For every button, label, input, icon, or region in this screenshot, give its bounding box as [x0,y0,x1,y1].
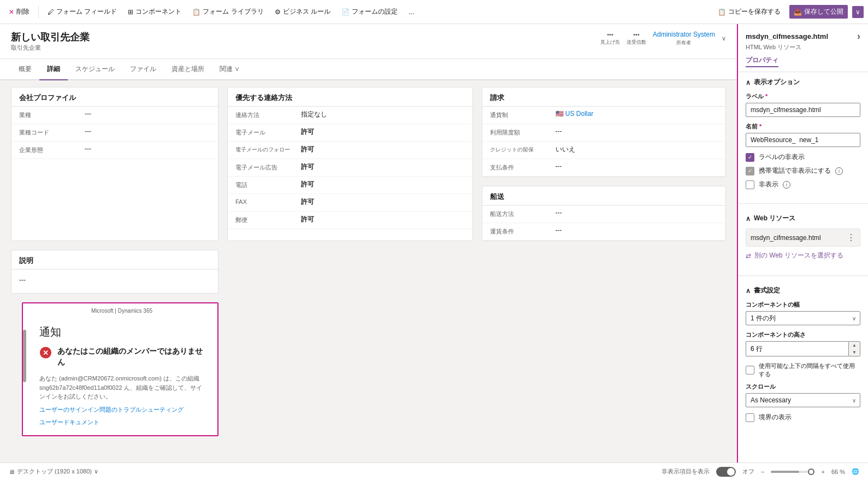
toolbar-form-settings[interactable]: 📄 フォームの設定 [337,5,402,19]
description-value: --- [11,270,218,290]
display-options-label: 表示オプション [754,78,800,87]
notification-title: 通知 [39,325,204,339]
field-mail: 郵便 許可 [228,212,473,229]
notification-sub-text: あなた (admin@CRM20672.onmicrosoft.com) は、こ… [39,374,204,401]
toolbar-component[interactable]: ⊞ コンポーネント [123,5,186,19]
field-label-industry-code: 業種コード [19,127,85,137]
copy-save-btn[interactable]: 📋 コピーを保存する [713,5,785,19]
scroll-indicator [23,303,26,435]
select-link-text: 別の Web リソースを選択する [754,251,843,260]
field-industry-code: 業種コード --- [11,124,218,142]
owner-field[interactable]: Administrator System 所有者 [653,31,715,46]
notification-troubleshoot-link[interactable]: ユーザーのサインイン問題のトラブルシューティング [39,406,184,413]
web-resource-section-title[interactable]: ∧ Web リソース [746,214,860,223]
label-text: ラベル [746,93,765,99]
hide-label-text: ラベルの非表示 [759,153,805,162]
form-title: 新しい取引先企業 [11,31,90,44]
more-actions-2[interactable]: ••• 送受信数 [627,31,646,46]
more-dots-icon-2: ••• [633,31,640,38]
mobile-hide-checkbox[interactable]: ✓ [746,167,754,175]
field-value-email-ads: 許可 [301,162,314,172]
zoom-slider[interactable] [771,471,814,473]
more-dots-icon: ••• [607,31,613,38]
right-panel-subtitle: HTML Web リソース [746,43,860,51]
field-shipping-method: 船送方法 --- [482,206,726,223]
border-checkbox[interactable] [746,413,754,422]
tab-summary[interactable]: 概要 [11,59,39,80]
scroll-label: スクロール [746,383,860,391]
spacing-checkbox[interactable] [746,366,754,374]
select-web-resource-link[interactable]: ⇄ 別の Web リソースを選択する [746,251,860,260]
tab-schedule[interactable]: スケジュール [68,59,122,80]
field-label-payment-terms: 支払条件 [490,162,556,172]
form-header: 新しい取引先企業 取引先企業 ••• 見上げ先 ••• 送受信数 Adminis… [0,24,737,59]
toggle-state-label: オフ [742,467,754,476]
tab-assets[interactable]: 資産と場所 [164,59,212,80]
field-value-freight-terms: --- [556,226,562,234]
copy-save-label: コピーを保存する [728,7,781,16]
toolbar-form-library[interactable]: 📋 フォーム ライブラリ [188,5,268,19]
field-value-industry-code: --- [85,127,91,135]
toolbar-form-field-label: フォーム フィールド [56,7,117,16]
toggle-switch[interactable] [716,467,736,477]
tab-files[interactable]: ファイル [122,59,164,80]
web-resource-more-btn[interactable]: ⋮ [847,232,855,243]
ms-logo: Microsoft | Dynamics 365 [91,308,152,314]
height-down-btn[interactable]: ▼ [849,349,860,356]
zoom-fill [771,471,799,473]
publish-icon: 📤 [794,8,802,16]
toggle-control[interactable] [716,467,736,477]
width-select[interactable]: 1 件の列 [746,311,860,325]
right-panel-tab-properties[interactable]: プロパティ [746,56,778,67]
field-value-currency[interactable]: 🇺🇸 US Dollar [556,110,594,118]
toolbar-right-actions: 📋 コピーを保存する 📤 保存して公開 ∨ [713,5,864,19]
border-row: 境界の表示 [746,413,860,422]
field-label-freight-terms: 運賃条件 [490,226,556,236]
height-up-btn[interactable]: ▲ [849,342,860,349]
toolbar-dropdown-btn[interactable]: ∨ [852,6,864,18]
display-options-title[interactable]: ∧ 表示オプション [746,78,860,87]
web-resource-panel: Microsoft | Dynamics 365 通知 ✕ あなたはこの組織のメ… [22,302,219,436]
save-publish-btn[interactable]: 📤 保存して公開 [789,5,848,19]
hidden-checkbox[interactable] [746,180,754,189]
desktop-label-row[interactable]: 🖥 デスクトップ (1920 x 1080) ∨ [9,467,98,476]
field-label-email-follow: 電子メールのフォロー [235,145,301,154]
format-title[interactable]: ∧ 書式設定 [746,286,860,295]
label-input[interactable] [746,103,860,117]
checkmark-icon: ✓ [748,154,752,160]
more-actions-1[interactable]: ••• 見上げ先 [600,31,620,46]
hidden-info-icon[interactable]: i [783,181,790,189]
hide-label-checkbox[interactable]: ✓ [746,153,754,162]
right-panel-header: msdyn_cifmessage.html › HTML Web リソース プロ… [738,24,868,72]
description-title: 説明 [11,250,218,270]
notification-footer-link[interactable]: ユーザードキュメント [39,419,99,425]
form-header-top: 新しい取引先企業 取引先企業 ••• 見上げ先 ••• 送受信数 Adminis… [11,31,726,52]
toolbar-business-rules[interactable]: ⚙ ビジネス ルール [270,5,335,19]
form-settings-icon: 📄 [341,8,350,16]
spinner-buttons: ▲ ▼ [849,341,860,356]
toolbar-more-btn[interactable]: ... [404,6,418,18]
company-profile-section: 会社プロファイル 業種 --- 業種コード --- 企業形態 --- [11,87,219,241]
header-chevron[interactable]: ∨ [722,35,726,42]
form-panel: 新しい取引先企業 取引先企業 ••• 見上げ先 ••• 送受信数 Adminis… [0,24,737,480]
tab-related[interactable]: 関連 ∨ [212,59,247,80]
field-company-type: 企業形態 --- [11,142,218,159]
height-input[interactable] [746,341,849,356]
notification-content: 通知 ✕ あなたはこの組織のメンバーではありません あなた (admin@C [26,316,217,435]
shipping-title: 船送 [482,186,726,206]
label-required: * [765,93,767,99]
main-layout: 新しい取引先企業 取引先企業 ••• 見上げ先 ••• 送受信数 Adminis… [0,24,868,480]
field-value-credit-hold: いいえ [556,145,575,154]
tab-details[interactable]: 詳細 [39,59,68,80]
right-panel-close-icon[interactable]: › [857,31,860,42]
toggle-knob [727,468,735,476]
scroll-select[interactable]: As Necessary [746,393,860,407]
toolbar-form-field[interactable]: 🖊 フォーム フィールド [43,5,121,19]
field-label-contact-method: 連絡方法 [235,110,301,119]
toolbar-delete[interactable]: ✕ 削除 [4,5,34,19]
name-input[interactable] [746,133,860,147]
form-header-actions: ••• 見上げ先 ••• 送受信数 Administrator System 所… [600,31,726,46]
related-chevron-icon: ∨ [234,65,240,73]
hidden-items-label: 非表示項目を表示 [662,467,710,476]
mobile-info-icon[interactable]: i [835,167,843,175]
